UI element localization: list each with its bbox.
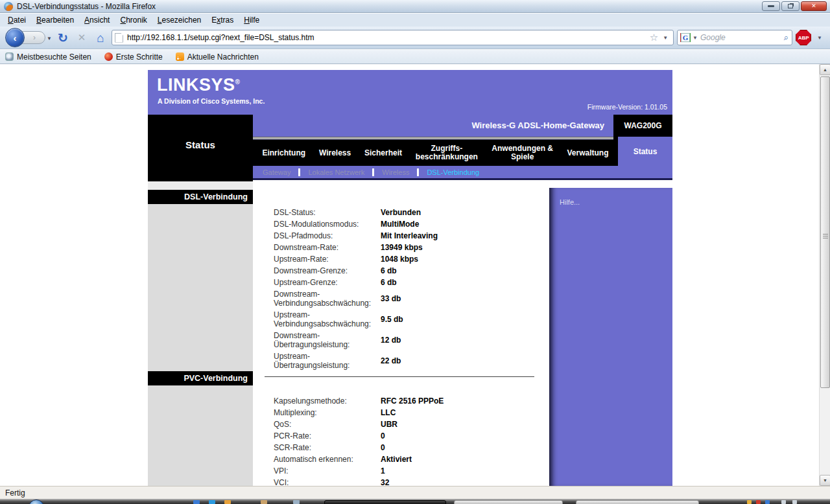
bookmarks-toolbar: Meistbesuchte SeitenErste SchritteAktuel… [0,50,830,64]
bookmark-aktuelle-nachrichten[interactable]: Aktuelle Nachrichten [176,52,259,62]
title-bar[interactable]: DSL-Verbindungsstatus - Mozilla Firefox … [0,0,830,13]
subnav-gateway[interactable]: Gateway [263,168,290,176]
vertical-scrollbar[interactable]: ▲ ▼ [819,64,830,486]
tab-wireless[interactable]: Wireless [319,149,351,157]
menu-extras[interactable]: Extras [206,14,239,26]
browser-viewport: LINKSYS® A Division of Cisco Systems, In… [0,64,819,486]
search-magnifier-icon[interactable]: ⌕ [784,32,788,43]
bookmark-erste-schritte[interactable]: Erste Schritte [104,52,163,62]
url-input[interactable] [127,33,648,42]
field-label: Upstream-Verbindungsabschwächung: [274,310,381,328]
menu-ansicht[interactable]: Ansicht [79,14,115,26]
dsl-rows: DSL-Status:VerbundenDSL-Modulationsmodus… [265,207,549,371]
subnav-lokales-netzwerk[interactable]: Lokales Netzwerk [308,168,364,176]
subnav-dsl-verbindung[interactable]: DSL-Verbindung [427,168,479,176]
stop-button[interactable]: ✕ [74,29,89,46]
url-bar[interactable]: ☆ ▼ [112,30,674,45]
history-dropdown-icon[interactable]: ▼ [47,36,52,41]
tray-icon[interactable] [747,500,752,504]
field-value: Mit Interleaving [381,231,438,240]
tray-icon[interactable] [765,500,770,504]
close-button[interactable]: ✕ [801,1,827,11]
tab-status[interactable]: Status [618,137,672,166]
field-label: Multiplexing: [274,408,381,417]
product-name-banner: Wireless-G ADSL-Home-Gateway [253,115,613,137]
taskbar-button-active[interactable] [324,500,446,504]
adblock-plus-icon[interactable]: ABP [796,30,811,45]
windows-taskbar [0,499,830,504]
field-value: 1048 kbps [381,255,418,264]
tab-zugriffs-beschr-nkungen[interactable]: Zugriffs-beschränkungen [416,144,478,161]
status-row: Downstream-Übertragungsleistung:12 db [265,330,549,350]
menu-datei[interactable]: Datei [3,14,31,26]
sidebar-gap [148,181,253,190]
minimize-button[interactable] [762,1,780,11]
tray-icon[interactable] [756,500,761,504]
bookmark-star-icon[interactable]: ☆ [648,32,660,43]
quicklaunch-icon[interactable] [193,500,200,504]
subnav-separator [298,168,300,176]
tab-anwendungen-spiele[interactable]: Anwendungen & Spiele [492,144,554,161]
status-row: Kapselungsmethode:RFC 2516 PPPoE [265,395,549,407]
subnav-wireless[interactable]: Wireless [382,168,409,176]
search-input[interactable] [700,33,784,42]
bookmark-label: Erste Schritte [116,52,163,62]
getting-started-icon [104,52,113,61]
google-engine-icon[interactable]: G [681,33,690,42]
status-row: VPI:1 [265,465,549,477]
search-engine-dropdown-icon[interactable]: ▼ [690,35,700,41]
search-bar[interactable]: G ▼ ⌕ [677,30,792,45]
field-label: PCR-Rate: [274,431,381,441]
linksys-logo: LINKSYS® [157,76,240,94]
field-label: Downstream-Übertragungsleistung: [274,331,381,349]
field-value: 1 [381,466,385,475]
help-link[interactable]: Hilfe... [560,198,580,206]
bookmark-meistbesuchte-seiten[interactable]: Meistbesuchte Seiten [5,52,91,62]
tab-verwaltung[interactable]: Verwaltung [567,149,609,157]
menu-lesezeichen[interactable]: Lesezeichen [152,14,206,26]
field-label: DSL-Modulationsmodus: [274,220,381,229]
menu-chronik[interactable]: Chronik [115,14,152,26]
scrollbar-grip [823,234,828,238]
field-value: 0 [381,431,385,441]
scroll-down-icon[interactable]: ▼ [820,475,830,486]
status-row: QoS:UBR [265,418,549,430]
tray-icon[interactable] [792,500,797,504]
scrollbar-thumb[interactable] [820,76,830,388]
url-dropdown-icon[interactable]: ▼ [660,35,670,41]
menu-hilfe[interactable]: Hilfe [239,14,265,26]
tab-sicherheit[interactable]: Sicherheit [364,149,402,157]
tab-einrichtung[interactable]: Einrichtung [262,149,305,157]
menu-bar: DateiBearbeitenAnsichtChronikLesezeichen… [0,14,830,27]
quicklaunch-icon[interactable] [293,500,300,504]
status-row: Upstream-Grenze:6 db [265,277,549,288]
status-row: DSL-Modulationsmodus:MultiMode [265,218,549,230]
restore-button[interactable] [781,1,800,11]
adblock-dropdown-icon[interactable]: ▼ [814,35,825,41]
field-label: VCI: [274,478,381,486]
quicklaunch-icon[interactable] [209,500,215,504]
cisco-tagline: A Division of Cisco Systems, Inc. [158,97,265,105]
back-button[interactable]: ‹ [5,28,25,47]
start-orb[interactable] [29,499,44,504]
quicklaunch-icon[interactable] [261,500,267,504]
quicklaunch-icon[interactable] [224,500,231,504]
subnav-separator [417,168,419,176]
scroll-up-icon[interactable]: ▲ [820,64,830,75]
status-row: Automatisch erkennen:Aktiviert [265,453,549,465]
reload-button[interactable]: ↻ [55,29,71,46]
window-title: DSL-Verbindungsstatus - Mozilla Firefox [17,2,156,11]
section-header-dsl: DSL-Verbindung [148,190,253,204]
field-label: Downstream-Grenze: [274,266,381,275]
tray-icon[interactable] [781,500,786,504]
help-gap [549,180,672,188]
field-value: Aktiviert [381,455,412,464]
field-value: 32 [381,478,389,486]
menu-bearbeiten[interactable]: Bearbeiten [31,14,79,26]
firmware-version: Firmware-Version: 1.01.05 [587,103,667,111]
home-button[interactable]: ⌂ [93,29,108,46]
status-row: PCR-Rate:0 [265,430,549,442]
field-value: 22 db [381,356,401,365]
taskbar-button[interactable] [454,500,563,504]
taskbar-button[interactable] [576,500,699,504]
